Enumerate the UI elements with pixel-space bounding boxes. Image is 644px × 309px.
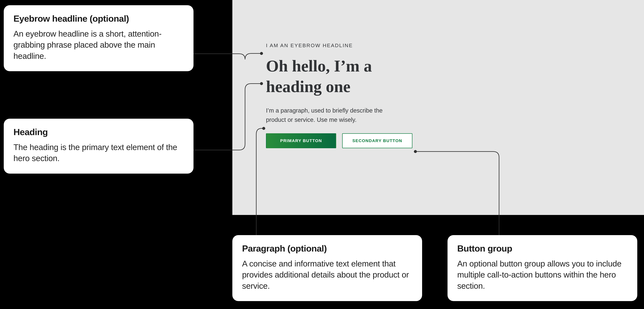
callout-button-group: Button group An optional button group al… (448, 235, 637, 301)
callout-title: Paragraph (optional) (242, 243, 412, 254)
secondary-button[interactable]: SECONDARY BUTTON (342, 133, 412, 148)
callout-title: Eyebrow headline (optional) (14, 13, 184, 24)
callout-body: A concise and informative text element t… (242, 258, 412, 291)
hero-eyebrow: I AM AN EYEBROW HEADLINE (266, 42, 445, 48)
hero-heading: Oh hello, I’m a heading one (266, 56, 445, 97)
hero-button-group: PRIMARY BUTTON SECONDARY BUTTON (266, 133, 445, 148)
callout-body: An optional button group allows you to i… (457, 258, 628, 291)
callout-heading: Heading The heading is the primary text … (4, 119, 194, 174)
hero-content: I AM AN EYEBROW HEADLINE Oh hello, I’m a… (266, 42, 445, 148)
callout-paragraph: Paragraph (optional) A concise and infor… (232, 235, 422, 301)
callout-body: An eyebrow headline is a short, attentio… (14, 28, 184, 61)
callout-eyebrow: Eyebrow headline (optional) An eyebrow h… (4, 5, 194, 71)
callout-body: The heading is the primary text element … (14, 142, 184, 164)
hero-mockup: I AM AN EYEBROW HEADLINE Oh hello, I’m a… (232, 0, 644, 215)
primary-button[interactable]: PRIMARY BUTTON (266, 133, 336, 148)
callout-title: Heading (14, 127, 184, 137)
hero-paragraph: I’m a paragraph, used to briefly describ… (266, 106, 393, 124)
callout-title: Button group (457, 243, 628, 254)
